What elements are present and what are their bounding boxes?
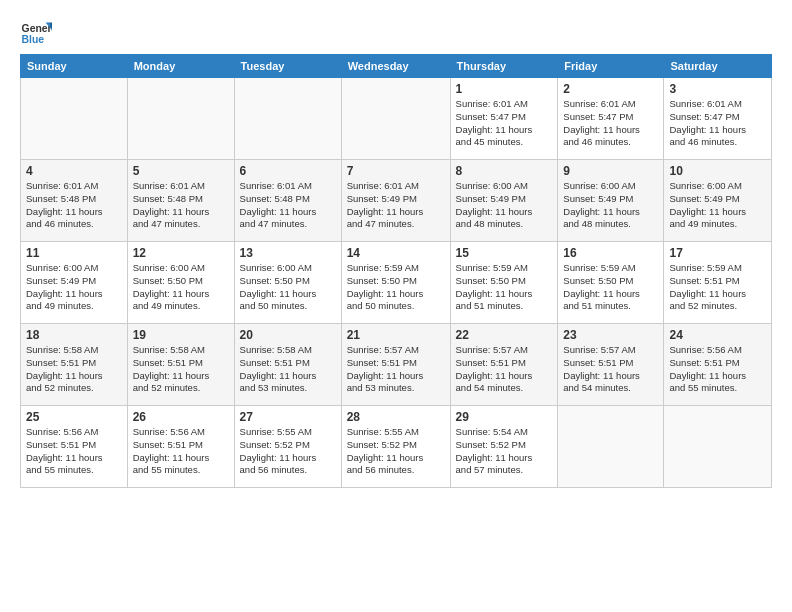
calendar-cell: 28Sunrise: 5:55 AMSunset: 5:52 PMDayligh… xyxy=(341,406,450,488)
calendar-cell: 6Sunrise: 6:01 AMSunset: 5:48 PMDaylight… xyxy=(234,160,341,242)
day-number: 14 xyxy=(347,246,445,260)
calendar-cell: 18Sunrise: 5:58 AMSunset: 5:51 PMDayligh… xyxy=(21,324,128,406)
calendar-cell: 7Sunrise: 6:01 AMSunset: 5:49 PMDaylight… xyxy=(341,160,450,242)
calendar-cell: 14Sunrise: 5:59 AMSunset: 5:50 PMDayligh… xyxy=(341,242,450,324)
calendar-cell: 27Sunrise: 5:55 AMSunset: 5:52 PMDayligh… xyxy=(234,406,341,488)
day-info: Sunrise: 6:01 AMSunset: 5:48 PMDaylight:… xyxy=(240,180,336,231)
calendar-cell: 10Sunrise: 6:00 AMSunset: 5:49 PMDayligh… xyxy=(664,160,772,242)
calendar-cell: 25Sunrise: 5:56 AMSunset: 5:51 PMDayligh… xyxy=(21,406,128,488)
calendar-cell: 9Sunrise: 6:00 AMSunset: 5:49 PMDaylight… xyxy=(558,160,664,242)
calendar-cell xyxy=(341,78,450,160)
weekday-header-tuesday: Tuesday xyxy=(234,55,341,78)
header: General Blue xyxy=(20,16,772,48)
day-number: 26 xyxy=(133,410,229,424)
day-info: Sunrise: 5:58 AMSunset: 5:51 PMDaylight:… xyxy=(240,344,336,395)
calendar-cell: 2Sunrise: 6:01 AMSunset: 5:47 PMDaylight… xyxy=(558,78,664,160)
calendar-table: SundayMondayTuesdayWednesdayThursdayFrid… xyxy=(20,54,772,488)
day-number: 25 xyxy=(26,410,122,424)
calendar-cell xyxy=(558,406,664,488)
weekday-header-friday: Friday xyxy=(558,55,664,78)
day-info: Sunrise: 6:01 AMSunset: 5:48 PMDaylight:… xyxy=(133,180,229,231)
day-number: 7 xyxy=(347,164,445,178)
calendar-cell: 11Sunrise: 6:00 AMSunset: 5:49 PMDayligh… xyxy=(21,242,128,324)
calendar-cell: 26Sunrise: 5:56 AMSunset: 5:51 PMDayligh… xyxy=(127,406,234,488)
day-number: 24 xyxy=(669,328,766,342)
day-number: 29 xyxy=(456,410,553,424)
day-number: 20 xyxy=(240,328,336,342)
day-info: Sunrise: 5:55 AMSunset: 5:52 PMDaylight:… xyxy=(240,426,336,477)
day-info: Sunrise: 6:00 AMSunset: 5:50 PMDaylight:… xyxy=(240,262,336,313)
day-number: 22 xyxy=(456,328,553,342)
day-number: 16 xyxy=(563,246,658,260)
calendar-header-row: SundayMondayTuesdayWednesdayThursdayFrid… xyxy=(21,55,772,78)
calendar-cell: 23Sunrise: 5:57 AMSunset: 5:51 PMDayligh… xyxy=(558,324,664,406)
calendar-cell: 24Sunrise: 5:56 AMSunset: 5:51 PMDayligh… xyxy=(664,324,772,406)
day-number: 10 xyxy=(669,164,766,178)
day-info: Sunrise: 5:58 AMSunset: 5:51 PMDaylight:… xyxy=(26,344,122,395)
day-info: Sunrise: 5:56 AMSunset: 5:51 PMDaylight:… xyxy=(669,344,766,395)
day-info: Sunrise: 5:56 AMSunset: 5:51 PMDaylight:… xyxy=(133,426,229,477)
day-info: Sunrise: 6:01 AMSunset: 5:49 PMDaylight:… xyxy=(347,180,445,231)
day-number: 9 xyxy=(563,164,658,178)
day-info: Sunrise: 6:00 AMSunset: 5:49 PMDaylight:… xyxy=(563,180,658,231)
day-number: 4 xyxy=(26,164,122,178)
day-info: Sunrise: 6:01 AMSunset: 5:48 PMDaylight:… xyxy=(26,180,122,231)
calendar-cell: 4Sunrise: 6:01 AMSunset: 5:48 PMDaylight… xyxy=(21,160,128,242)
weekday-header-wednesday: Wednesday xyxy=(341,55,450,78)
calendar-cell: 5Sunrise: 6:01 AMSunset: 5:48 PMDaylight… xyxy=(127,160,234,242)
day-number: 6 xyxy=(240,164,336,178)
day-number: 3 xyxy=(669,82,766,96)
calendar-cell: 21Sunrise: 5:57 AMSunset: 5:51 PMDayligh… xyxy=(341,324,450,406)
day-info: Sunrise: 5:59 AMSunset: 5:50 PMDaylight:… xyxy=(347,262,445,313)
day-number: 12 xyxy=(133,246,229,260)
day-info: Sunrise: 5:59 AMSunset: 5:51 PMDaylight:… xyxy=(669,262,766,313)
day-info: Sunrise: 6:01 AMSunset: 5:47 PMDaylight:… xyxy=(669,98,766,149)
day-number: 2 xyxy=(563,82,658,96)
day-number: 28 xyxy=(347,410,445,424)
calendar-cell xyxy=(234,78,341,160)
calendar-cell: 17Sunrise: 5:59 AMSunset: 5:51 PMDayligh… xyxy=(664,242,772,324)
day-number: 13 xyxy=(240,246,336,260)
day-number: 17 xyxy=(669,246,766,260)
day-info: Sunrise: 6:01 AMSunset: 5:47 PMDaylight:… xyxy=(563,98,658,149)
calendar-cell: 29Sunrise: 5:54 AMSunset: 5:52 PMDayligh… xyxy=(450,406,558,488)
day-number: 19 xyxy=(133,328,229,342)
calendar-week-3: 11Sunrise: 6:00 AMSunset: 5:49 PMDayligh… xyxy=(21,242,772,324)
calendar-cell xyxy=(664,406,772,488)
calendar-week-5: 25Sunrise: 5:56 AMSunset: 5:51 PMDayligh… xyxy=(21,406,772,488)
day-info: Sunrise: 5:54 AMSunset: 5:52 PMDaylight:… xyxy=(456,426,553,477)
calendar-week-4: 18Sunrise: 5:58 AMSunset: 5:51 PMDayligh… xyxy=(21,324,772,406)
day-number: 11 xyxy=(26,246,122,260)
day-number: 27 xyxy=(240,410,336,424)
weekday-header-thursday: Thursday xyxy=(450,55,558,78)
weekday-header-monday: Monday xyxy=(127,55,234,78)
calendar-week-1: 1Sunrise: 6:01 AMSunset: 5:47 PMDaylight… xyxy=(21,78,772,160)
calendar-cell: 22Sunrise: 5:57 AMSunset: 5:51 PMDayligh… xyxy=(450,324,558,406)
calendar-cell xyxy=(21,78,128,160)
calendar-cell: 3Sunrise: 6:01 AMSunset: 5:47 PMDaylight… xyxy=(664,78,772,160)
calendar-cell: 1Sunrise: 6:01 AMSunset: 5:47 PMDaylight… xyxy=(450,78,558,160)
svg-text:Blue: Blue xyxy=(22,34,45,45)
calendar-cell: 20Sunrise: 5:58 AMSunset: 5:51 PMDayligh… xyxy=(234,324,341,406)
day-info: Sunrise: 6:00 AMSunset: 5:49 PMDaylight:… xyxy=(669,180,766,231)
day-info: Sunrise: 6:00 AMSunset: 5:49 PMDaylight:… xyxy=(456,180,553,231)
logo: General Blue xyxy=(20,16,52,48)
page: General Blue SundayMondayTuesdayWednesda… xyxy=(0,0,792,498)
calendar-cell: 19Sunrise: 5:58 AMSunset: 5:51 PMDayligh… xyxy=(127,324,234,406)
calendar-cell: 8Sunrise: 6:00 AMSunset: 5:49 PMDaylight… xyxy=(450,160,558,242)
day-info: Sunrise: 5:58 AMSunset: 5:51 PMDaylight:… xyxy=(133,344,229,395)
day-info: Sunrise: 6:00 AMSunset: 5:50 PMDaylight:… xyxy=(133,262,229,313)
day-info: Sunrise: 5:57 AMSunset: 5:51 PMDaylight:… xyxy=(456,344,553,395)
day-number: 23 xyxy=(563,328,658,342)
day-info: Sunrise: 5:59 AMSunset: 5:50 PMDaylight:… xyxy=(563,262,658,313)
day-number: 1 xyxy=(456,82,553,96)
day-info: Sunrise: 5:56 AMSunset: 5:51 PMDaylight:… xyxy=(26,426,122,477)
calendar-cell: 15Sunrise: 5:59 AMSunset: 5:50 PMDayligh… xyxy=(450,242,558,324)
calendar-cell: 13Sunrise: 6:00 AMSunset: 5:50 PMDayligh… xyxy=(234,242,341,324)
day-info: Sunrise: 5:55 AMSunset: 5:52 PMDaylight:… xyxy=(347,426,445,477)
calendar-cell: 12Sunrise: 6:00 AMSunset: 5:50 PMDayligh… xyxy=(127,242,234,324)
calendar-cell xyxy=(127,78,234,160)
day-number: 18 xyxy=(26,328,122,342)
weekday-header-sunday: Sunday xyxy=(21,55,128,78)
day-number: 15 xyxy=(456,246,553,260)
